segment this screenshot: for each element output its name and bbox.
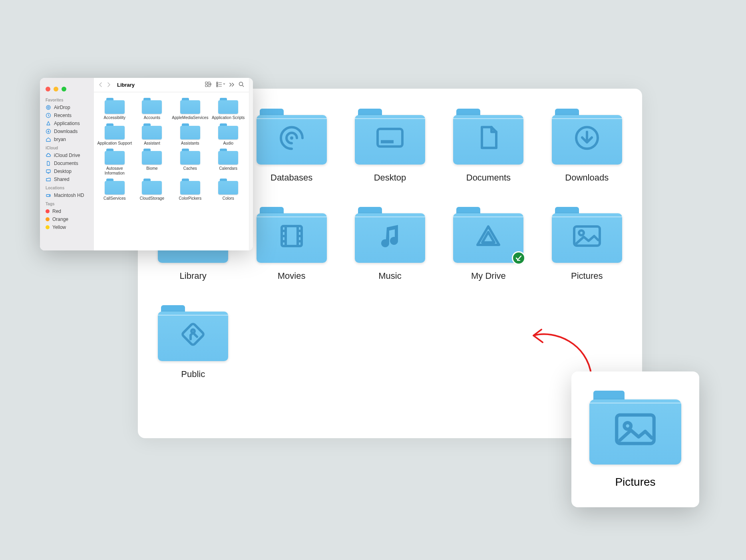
folder-label: Caches — [183, 166, 197, 171]
finder-title: Library — [117, 82, 135, 88]
view-icon-grid-icon[interactable] — [205, 81, 212, 89]
sidebar-item-red[interactable]: Red — [40, 207, 94, 215]
folder-desktop[interactable]: Desktop — [347, 109, 433, 183]
finder-main: Library AccessibilityAccountsAppleMediaS… — [94, 78, 249, 250]
sidebar-item-desktop[interactable]: Desktop — [40, 167, 94, 175]
finder-folder-callservices[interactable]: CallServices — [97, 179, 132, 201]
folder-icon — [180, 98, 200, 114]
folder-icon — [257, 207, 327, 263]
svg-rect-36 — [208, 82, 210, 84]
sidebar-item-yellow[interactable]: Yellow — [40, 223, 94, 231]
finder-folder-caches[interactable]: Caches — [172, 149, 208, 175]
folder-label: Audio — [223, 141, 233, 146]
sidebar-item-label: Downloads — [54, 129, 78, 134]
finder-folder-cloudstorage[interactable]: CloudStorage — [135, 179, 170, 201]
folder-music[interactable]: Music — [347, 207, 433, 281]
desktop-icon — [46, 169, 51, 174]
folder-label: ColorPickers — [179, 196, 201, 201]
sidebar-item-shared[interactable]: Shared — [40, 175, 94, 183]
folder-label: Colors — [223, 196, 234, 201]
folder-label: Application Support — [97, 141, 132, 146]
sidebar-item-label: bryan — [54, 137, 66, 142]
finder-folder-assistants[interactable]: Assistants — [172, 123, 208, 146]
folder-icon — [218, 149, 238, 165]
sidebar-item-bryan[interactable]: bryan — [40, 135, 94, 143]
finder-folder-audio[interactable]: Audio — [211, 123, 246, 146]
sidebar-heading: Locations — [40, 183, 94, 191]
finder-folder-accounts[interactable]: Accounts — [135, 98, 170, 120]
folder-icon — [180, 149, 200, 165]
folder-icon — [105, 149, 125, 165]
sidebar-item-macintosh-hd[interactable]: Macintosh HD — [40, 191, 94, 199]
sidebar-item-recents[interactable]: Recents — [40, 111, 94, 119]
search-icon[interactable] — [239, 81, 244, 89]
toolbar-overflow-icon[interactable] — [229, 81, 235, 89]
sidebar-item-airdrop[interactable]: AirDrop — [40, 103, 94, 111]
maximize-icon[interactable] — [62, 87, 66, 91]
finder-folder-assistant[interactable]: Assistant — [135, 123, 170, 146]
folder-label: CallServices — [103, 196, 126, 201]
icloud-icon — [46, 153, 51, 158]
sidebar-item-label: Desktop — [54, 169, 72, 174]
folder-label: My Drive — [471, 271, 506, 281]
finder-folder-colors[interactable]: Colors — [211, 179, 246, 201]
finder-folder-application-support[interactable]: Application Support — [97, 123, 132, 146]
finder-folder-applemediaservices[interactable]: AppleMediaServices — [172, 98, 208, 120]
folder-icon — [142, 179, 162, 195]
nav-back-icon[interactable] — [99, 81, 103, 88]
folder-movies[interactable]: Movies — [248, 207, 334, 281]
close-icon[interactable] — [46, 87, 50, 91]
folder-label: Autosave Information — [97, 166, 132, 175]
finder-folder-biome[interactable]: Biome — [135, 149, 170, 175]
tag-dot-icon — [46, 209, 50, 213]
svg-point-48 — [625, 423, 631, 429]
sidebar-item-downloads[interactable]: Downloads — [40, 127, 94, 135]
folder-label: Public — [181, 369, 205, 379]
folder-documents[interactable]: Documents — [445, 109, 531, 183]
documents-icon — [46, 161, 51, 166]
folder-icon — [180, 123, 200, 139]
sidebar-item-label: AirDrop — [54, 105, 70, 110]
folder-label: Application Scripts — [212, 115, 245, 120]
finder-folder-colorpickers[interactable]: ColorPickers — [172, 179, 208, 201]
sidebar-heading: Tags — [40, 199, 94, 207]
folder-label: Pictures — [571, 271, 603, 281]
shared-icon — [46, 177, 51, 182]
folder-pictures[interactable]: Pictures — [544, 207, 630, 281]
sidebar-item-label: Red — [52, 209, 61, 214]
view-groups-icon[interactable] — [216, 81, 225, 89]
folder-icon — [355, 109, 425, 165]
finder-folder-calendars[interactable]: Calendars — [211, 149, 246, 175]
svg-point-28 — [48, 107, 49, 108]
window-controls[interactable] — [40, 82, 94, 95]
folder-my-drive[interactable]: My Drive — [445, 207, 531, 281]
finder-folder-accessibility[interactable]: Accessibility — [97, 98, 132, 120]
folder-icon — [552, 207, 622, 263]
finder-folder-autosave-information[interactable]: Autosave Information — [97, 149, 132, 175]
sidebar-item-documents[interactable]: Documents — [40, 159, 94, 167]
sidebar-item-orange[interactable]: Orange — [40, 215, 94, 223]
sidebar-item-icloud-drive[interactable]: iCloud Drive — [40, 151, 94, 159]
finder-folder-application-scripts[interactable]: Application Scripts — [211, 98, 246, 120]
folder-icon — [105, 179, 125, 195]
folder-downloads[interactable]: Downloads — [544, 109, 630, 183]
folder-label: Accessibility — [104, 115, 125, 120]
tag-dot-icon — [46, 225, 50, 229]
folder-icon — [218, 98, 238, 114]
sidebar-item-label: Applications — [54, 121, 80, 126]
minimize-icon[interactable] — [54, 87, 58, 91]
scrollbar[interactable] — [249, 78, 253, 250]
disk-icon — [46, 193, 51, 198]
svg-point-34 — [49, 195, 50, 196]
sidebar-item-label: iCloud Drive — [54, 153, 80, 158]
nav-forward-icon[interactable] — [107, 81, 111, 88]
svg-point-45 — [239, 82, 243, 85]
callout-card: Pictures — [571, 371, 699, 507]
sidebar-item-label: Orange — [52, 216, 68, 222]
svg-rect-40 — [217, 84, 218, 85]
svg-line-46 — [243, 85, 244, 87]
folder-icon-pictures[interactable] — [589, 391, 681, 465]
sidebar-item-applications[interactable]: Applications — [40, 119, 94, 127]
folder-databases[interactable]: Databases — [248, 109, 334, 183]
folder-public[interactable]: Public — [150, 305, 236, 379]
